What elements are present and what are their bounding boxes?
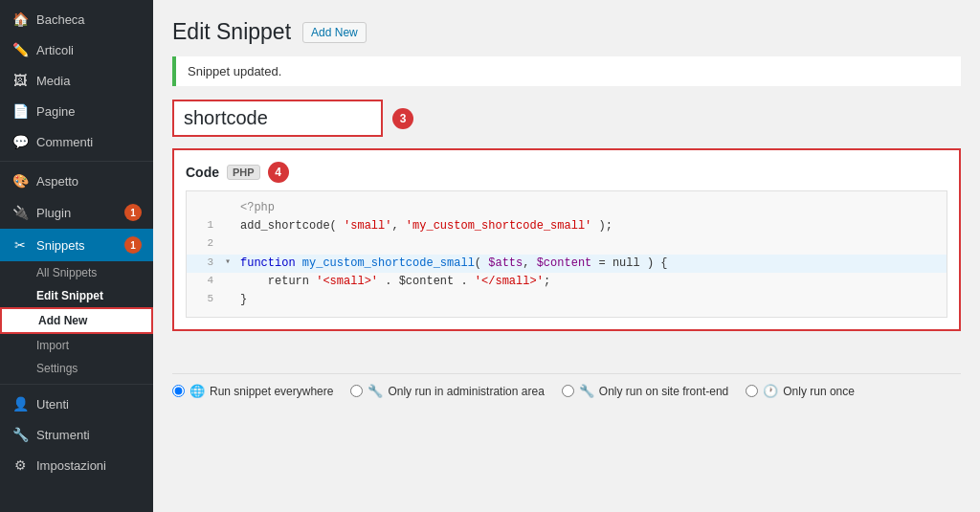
line-content <box>240 235 247 254</box>
notice-text: Snippet updated. <box>188 64 281 78</box>
user-icon: 👤 <box>11 396 29 412</box>
sidebar-item-label: Aspetto <box>36 174 142 189</box>
sidebar: 🏠 Bacheca ✏️ Articoli 🖼 Media 📄 Pagine 💬… <box>0 0 153 512</box>
line-num: 3 <box>194 255 213 272</box>
sidebar-item-label: Snippets <box>36 238 117 253</box>
page-title: Edit Snippet <box>172 19 291 45</box>
media-icon: 🖼 <box>11 73 29 88</box>
sidebar-item-label: Plugin <box>36 206 117 220</box>
home-icon: 🏠 <box>11 11 29 27</box>
line-content: <?php <box>240 199 275 217</box>
page-header: Edit Snippet Add New <box>172 19 961 45</box>
wrench-icon: 🔧 <box>368 384 383 398</box>
sidebar-item-commenti[interactable]: 💬 Commenti <box>0 126 153 157</box>
sidebar-item-media[interactable]: 🖼 Media <box>0 65 153 96</box>
run-option-once[interactable]: 🕐 Only run once <box>746 384 855 398</box>
run-radio-everywhere[interactable] <box>172 385 185 397</box>
tools-icon: 🔧 <box>11 427 29 442</box>
run-options: 🌐 Run snippet everywhere 🔧 Only run in a… <box>172 373 961 408</box>
add-new-button[interactable]: Add New <box>302 22 367 43</box>
line-num: 2 <box>194 235 213 253</box>
code-line-5: 5 } <box>187 291 947 309</box>
snippets-icon: ✂ <box>11 237 29 253</box>
run-radio-admin[interactable] <box>350 385 363 397</box>
page-icon: 📄 <box>11 103 29 119</box>
globe-icon: 🌐 <box>189 384 205 398</box>
code-header: Code PHP 4 <box>186 162 947 183</box>
plugin-icon: 🔌 <box>11 205 29 220</box>
line-content: } <box>240 291 247 309</box>
sidebar-item-plugin[interactable]: 🔌 Plugin 1 <box>0 196 153 229</box>
edit-icon: ✏️ <box>11 42 29 57</box>
sidebar-item-snippets[interactable]: ✂ Snippets 1 <box>0 229 153 261</box>
appearance-icon: 🎨 <box>11 173 29 189</box>
run-label-frontend: Only run on site front-end <box>599 385 728 398</box>
sidebar-item-label: Bacheca <box>36 12 142 27</box>
spacer <box>172 345 961 373</box>
snippet-name-input[interactable] <box>172 100 383 137</box>
line-content: return '<small>' . $content . '</small>'… <box>240 273 550 291</box>
run-option-everywhere[interactable]: 🌐 Run snippet everywhere <box>172 384 333 398</box>
frontend-icon: 🔧 <box>579 384 594 398</box>
step4-badge: 4 <box>268 162 289 183</box>
plugin-badge: 1 <box>124 204 142 221</box>
clock-icon: 🕐 <box>763 384 778 398</box>
sidebar-sub-add-new[interactable]: Add New <box>0 307 153 334</box>
sidebar-item-label: Pagine <box>36 104 142 119</box>
comment-icon: 💬 <box>11 134 29 149</box>
code-label: Code <box>186 165 219 180</box>
snippets-badge: 1 <box>124 236 142 254</box>
code-line-1: 1 add_shortcode( 'small', 'my_custom_sho… <box>187 217 947 235</box>
sidebar-sub-all-snippets[interactable]: All Snippets <box>0 261 153 284</box>
sidebar-item-label: Commenti <box>36 135 142 149</box>
line-num: 1 <box>194 217 213 234</box>
main-content: Edit Snippet Add New Snippet updated. 3 … <box>153 0 980 512</box>
run-label-everywhere: Run snippet everywhere <box>210 385 333 398</box>
code-line-2: 2 <box>187 235 947 254</box>
run-label-once: Only run once <box>783 385 855 398</box>
run-label-admin: Only run in administration area <box>388 385 544 398</box>
line-content: function my_custom_shortcode_small( $att… <box>240 255 668 273</box>
code-line-0: <?php <box>187 199 947 217</box>
line-num: 5 <box>194 291 213 308</box>
run-option-frontend[interactable]: 🔧 Only run on site front-end <box>562 384 728 398</box>
notice-banner: Snippet updated. <box>172 56 961 86</box>
run-radio-once[interactable] <box>746 385 758 397</box>
sidebar-item-label: Strumenti <box>36 428 142 442</box>
sidebar-item-articoli[interactable]: ✏️ Articoli <box>0 34 153 65</box>
step3-badge: 3 <box>392 108 413 129</box>
sidebar-divider-2 <box>0 384 153 385</box>
sidebar-divider <box>0 161 153 162</box>
code-section: Code PHP 4 <?php 1 add_shortcode( 'small… <box>172 148 961 331</box>
code-editor[interactable]: <?php 1 add_shortcode( 'small', 'my_cust… <box>186 190 947 318</box>
line-content: add_shortcode( 'small', 'my_custom_short… <box>240 217 612 235</box>
sidebar-item-label: Utenti <box>36 397 142 412</box>
sidebar-item-label: Impostazioni <box>36 458 142 473</box>
sidebar-item-aspetto[interactable]: 🎨 Aspetto <box>0 166 153 196</box>
sidebar-item-pagine[interactable]: 📄 Pagine <box>0 96 153 126</box>
run-option-admin[interactable]: 🔧 Only run in administration area <box>350 384 544 398</box>
sidebar-item-label: Articoli <box>36 43 142 57</box>
sidebar-sub-settings[interactable]: Settings <box>0 357 153 380</box>
run-radio-frontend[interactable] <box>562 385 574 397</box>
settings-icon: ⚙ <box>11 457 29 473</box>
line-num: 4 <box>194 273 213 290</box>
sidebar-item-utenti[interactable]: 👤 Utenti <box>0 389 153 419</box>
sidebar-sub-edit-snippet[interactable]: Edit Snippet <box>0 284 153 307</box>
sidebar-item-strumenti[interactable]: 🔧 Strumenti <box>0 419 153 450</box>
code-line-4: 4 return '<small>' . $content . '</small… <box>187 273 947 291</box>
code-line-3: 3 ▾ function my_custom_shortcode_small( … <box>187 255 947 273</box>
snippet-name-row: 3 <box>172 100 961 137</box>
php-badge: PHP <box>227 165 260 180</box>
sidebar-sub-import[interactable]: Import <box>0 334 153 357</box>
sidebar-item-bacheca[interactable]: 🏠 Bacheca <box>0 4 153 34</box>
sidebar-item-impostazioni[interactable]: ⚙ Impostazioni <box>0 450 153 480</box>
sidebar-item-label: Media <box>36 74 142 88</box>
